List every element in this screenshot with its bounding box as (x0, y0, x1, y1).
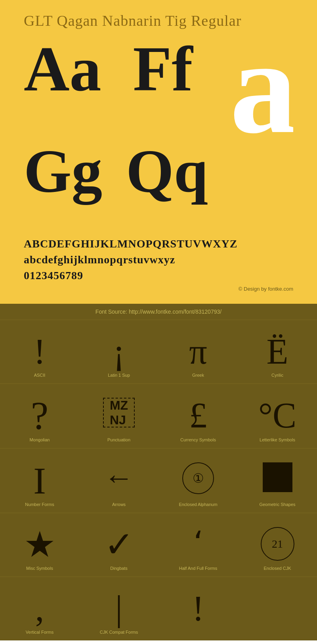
label-ascii: ASCII (34, 373, 46, 378)
bottom-section: Font Source: http://www.fontke.com/font/… (0, 304, 317, 640)
symbol-pound: £ (189, 398, 207, 433)
large-letters-row2: Gg Qq (24, 140, 293, 232)
letter-pair-qq: Qq (126, 140, 208, 202)
top-section: GLT Qagan Nabnarin Tig Regular Aa Ff a G… (0, 0, 317, 304)
label-geometric: Geometric Shapes (259, 502, 295, 507)
grid-item-currency[interactable]: £ Currency Symbols (158, 384, 238, 448)
symbol-black-square (263, 462, 292, 492)
label-misc-symbols: Misc Symbols (26, 566, 53, 571)
font-title: GLT Qagan Nabnarin Tig Regular (24, 12, 293, 29)
font-source: Font Source: http://www.fontke.com/font/… (0, 304, 317, 320)
large-letters-row1: Aa Ff a (24, 37, 293, 148)
grid-item-cjk-compat[interactable]: | CJK Compat Forms (79, 577, 158, 640)
label-numberforms: Number Forms (25, 502, 54, 507)
grid-item-enclosed-cjk[interactable]: 21 Enclosed CJK (238, 513, 317, 577)
symbol-circled-1: ① (182, 462, 214, 494)
grid-item-ascii[interactable]: ! ASCII (0, 320, 79, 383)
label-currency: Currency Symbols (180, 437, 216, 442)
uppercase-alphabet: ABCDEFGHIJKLMNOPQRSTUVWXYZ (24, 238, 293, 250)
label-dingbats: Dingbats (110, 566, 127, 571)
symbol-star: ★ (24, 527, 56, 563)
symbol-inverted-exclamation: ¡ (113, 334, 125, 370)
label-enclosed-alphanum: Enclosed Alphanum (179, 502, 217, 507)
symbol-vertical-bar: | (115, 591, 122, 627)
grid-item-vertical-forms[interactable]: , Vertical Forms (0, 577, 79, 640)
symbol-exclamation-2: ! (192, 591, 204, 627)
dashed-box-symbol: MZNJ (103, 398, 135, 427)
label-arrows: Arrows (112, 502, 126, 507)
symbol-exclamation: ! (34, 334, 46, 370)
grid-item-mongolian[interactable]: ? Mongolian (0, 384, 79, 448)
label-enclosed-cjk: Enclosed CJK (264, 566, 291, 571)
grid-item-misc-symbols[interactable]: ★ Misc Symbols (0, 513, 79, 577)
symbol-e-diaeresis: Ë (267, 334, 288, 370)
symbol-checkmark: ✓ (104, 527, 134, 563)
label-cjk-compat: CJK Compat Forms (100, 630, 138, 634)
symbol-comma: , (35, 591, 44, 627)
grid-item-arrows[interactable]: ← Arrows (79, 448, 158, 513)
grid-item-latin1sup[interactable]: ¡ Latin 1 Sup (79, 320, 158, 383)
grid-item-half-full[interactable]: ʻ Half And Full Forms (158, 513, 238, 577)
label-latin1sup: Latin 1 Sup (108, 373, 130, 378)
symbol-roman-one: I (33, 462, 46, 500)
label-cyrilic: Cyrilic (271, 373, 283, 378)
symbol-arrow-left: ← (104, 462, 134, 492)
letter-pair-ff: Ff (133, 37, 193, 101)
symbol-celsius: °C (258, 398, 296, 433)
lowercase-alphabet: abcdefghijklmnopqrstuvwxyz (24, 253, 293, 266)
letter-pair-gg: Gg (24, 140, 102, 202)
symbol-grid: ! ASCII ¡ Latin 1 Sup π Greek Ë Cyrilic … (0, 320, 317, 640)
grid-item-cyrilic[interactable]: Ë Cyrilic (238, 320, 317, 383)
grid-item-geometric[interactable]: Geometric Shapes (238, 448, 317, 513)
grid-item-letterlike[interactable]: °C Letterlike Symbols (238, 384, 317, 448)
symbol-circled-21: 21 (261, 527, 294, 561)
label-half-full: Half And Full Forms (179, 566, 218, 571)
grid-item-enclosed-alphanum[interactable]: ① Enclosed Alphanum (158, 448, 238, 513)
numbers: 0123456789 (24, 269, 293, 282)
label-mongolian: Mongolian (30, 437, 50, 442)
label-vertical-forms: Vertical Forms (26, 630, 53, 634)
symbol-pi: π (189, 334, 207, 370)
label-letterlike: Letterlike Symbols (260, 437, 295, 442)
design-credit: © Design by fontke.com (24, 286, 293, 296)
grid-item-greek[interactable]: π Greek (158, 320, 238, 383)
grid-item-extra2 (238, 577, 317, 640)
grid-item-extra1[interactable]: ! (158, 577, 238, 640)
alphabet-section: ABCDEFGHIJKLMNOPQRSTUVWXYZ abcdefghijklm… (24, 238, 293, 282)
grid-item-dingbats[interactable]: ✓ Dingbats (79, 513, 158, 577)
letter-pair-aa: Aa (24, 37, 101, 101)
grid-item-punctuation[interactable]: MZNJ Punctuation (79, 384, 158, 448)
symbol-question-mongolian: ? (31, 396, 48, 435)
symbol-half-full: ʻ (193, 527, 203, 559)
label-greek: Greek (192, 373, 204, 378)
label-punctuation: Punctuation (107, 437, 130, 442)
grid-item-numberforms[interactable]: I Number Forms (0, 448, 79, 513)
large-letter-a: a (230, 37, 293, 144)
dashed-box-text: MZNJ (110, 398, 128, 427)
